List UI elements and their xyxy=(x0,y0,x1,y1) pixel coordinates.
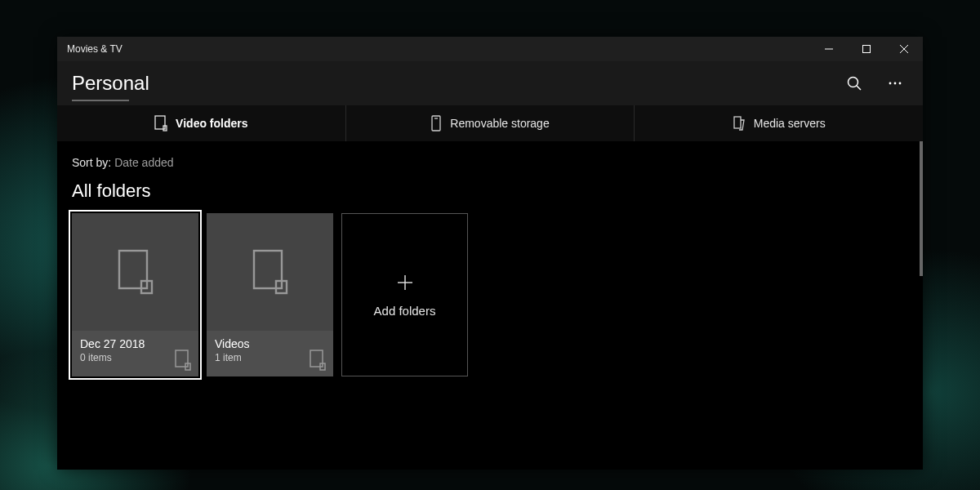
close-icon xyxy=(900,45,908,53)
maximize-button[interactable] xyxy=(848,37,885,61)
minimize-button[interactable] xyxy=(810,37,848,61)
folder-info: Dec 27 2018 0 items xyxy=(72,331,198,376)
drive-icon xyxy=(430,115,442,131)
tab-video-folders[interactable]: Video folders xyxy=(57,105,346,141)
more-icon xyxy=(887,75,903,91)
plus-icon xyxy=(395,273,415,292)
folder-badge xyxy=(174,349,192,372)
folder-outline-icon xyxy=(117,248,154,296)
svg-rect-13 xyxy=(734,117,741,128)
minimize-icon xyxy=(825,45,833,53)
server-icon xyxy=(733,115,746,131)
folder-badge xyxy=(309,349,327,372)
section-heading: All folders xyxy=(72,180,908,202)
tab-media-servers[interactable]: Media servers xyxy=(635,105,923,141)
app-name: Movies & TV xyxy=(67,43,122,55)
folder-outline-icon xyxy=(309,349,327,372)
app-window: Movies & TV Personal Video fo xyxy=(57,37,923,470)
scrollbar[interactable] xyxy=(920,141,923,276)
close-button[interactable] xyxy=(885,37,923,61)
folder-thumbnail xyxy=(72,213,198,331)
svg-point-6 xyxy=(889,82,892,85)
tab-label: Removable storage xyxy=(450,117,549,130)
tab-removable-storage[interactable]: Removable storage xyxy=(346,105,635,141)
content-area: Sort by: Date added All folders Dec 27 2… xyxy=(57,141,923,470)
more-button[interactable] xyxy=(882,70,908,96)
svg-rect-14 xyxy=(119,251,147,288)
tab-label: Video folders xyxy=(176,117,247,130)
folder-tile[interactable]: Videos 1 item xyxy=(207,213,333,376)
sort-by-control[interactable]: Sort by: Date added xyxy=(72,156,908,169)
sort-value: Date added xyxy=(114,156,173,169)
folder-outline-icon xyxy=(174,349,192,372)
svg-point-8 xyxy=(899,82,902,85)
svg-point-7 xyxy=(894,82,897,85)
sort-prefix: Sort by: xyxy=(72,156,111,169)
folder-outline-icon xyxy=(252,248,289,296)
svg-rect-1 xyxy=(863,46,871,53)
search-icon xyxy=(846,75,862,91)
header-actions xyxy=(841,70,908,96)
page-title: Personal xyxy=(72,72,149,95)
folder-grid: Dec 27 2018 0 items Videos 1 item xyxy=(72,213,908,376)
add-folders-label: Add folders xyxy=(374,304,436,318)
source-tabs: Video folders Removable storage Media se… xyxy=(57,105,923,141)
folder-outline-icon xyxy=(154,115,167,131)
maximize-icon xyxy=(862,45,871,53)
window-controls xyxy=(810,37,923,61)
folder-thumbnail xyxy=(207,213,333,331)
page-header: Personal xyxy=(57,61,923,105)
svg-line-5 xyxy=(857,86,861,90)
svg-point-4 xyxy=(849,78,858,87)
folder-info: Videos 1 item xyxy=(207,331,333,376)
folder-tile[interactable]: Dec 27 2018 0 items xyxy=(72,213,198,376)
add-folders-tile[interactable]: Add folders xyxy=(341,213,468,376)
titlebar: Movies & TV xyxy=(57,37,923,61)
search-button[interactable] xyxy=(841,70,867,96)
tab-label: Media servers xyxy=(754,117,826,130)
svg-rect-18 xyxy=(254,251,282,288)
